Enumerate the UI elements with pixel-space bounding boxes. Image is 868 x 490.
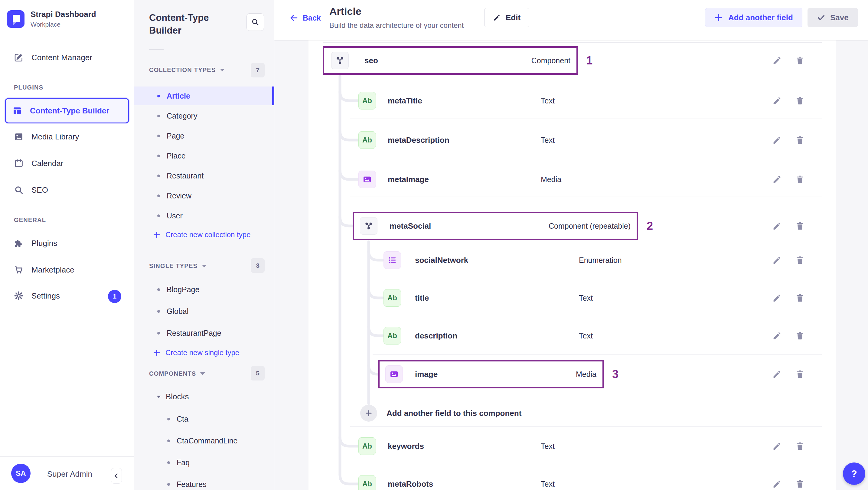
collection-type-category[interactable]: Category (134, 106, 274, 125)
save-button[interactable]: Save (807, 8, 858, 27)
row-divider (323, 42, 822, 43)
component-ctacommandline[interactable]: CtaCommandLine (134, 431, 274, 450)
group-collection-types[interactable]: COLLECTION TYPES (149, 66, 225, 73)
collection-type-review[interactable]: Review (134, 186, 274, 205)
field-type: Text (579, 332, 593, 340)
plus-icon[interactable] (360, 405, 377, 422)
delete-field-icon[interactable] (795, 479, 805, 489)
edit-field-icon[interactable] (772, 255, 782, 265)
delete-field-icon[interactable] (795, 96, 805, 105)
edit-field-icon[interactable] (772, 479, 782, 489)
cart-icon (14, 265, 24, 275)
sidebar-item-content-type-builder[interactable]: Content-Type Builder (5, 98, 129, 123)
create-collection-type-link[interactable]: Create new collection type (153, 231, 250, 239)
back-link[interactable]: Back (289, 13, 321, 22)
bullet-icon (157, 214, 160, 217)
arrow-left-icon (289, 13, 299, 22)
single-type-blogpage[interactable]: BlogPage (134, 280, 274, 299)
edit-field-icon[interactable] (772, 135, 782, 145)
search-icon (14, 185, 24, 195)
row-divider (373, 317, 822, 317)
workspace-switcher[interactable]: Strapi Dashboard Workplace (7, 10, 96, 28)
field-type: Media (541, 175, 561, 184)
field-name: metaImage (388, 175, 429, 184)
collection-type-place[interactable]: Place (134, 146, 274, 165)
field-name: seo (365, 56, 378, 65)
add-component-field-label[interactable]: Add another field to this component (386, 409, 521, 418)
row-actions (772, 56, 805, 65)
sidebar-item-label: Content-Type Builder (30, 106, 109, 116)
edit-field-icon[interactable] (772, 331, 782, 341)
row-actions (772, 135, 805, 145)
main-sidebar: Strapi Dashboard Workplace Content Manag… (0, 0, 134, 490)
row-actions (772, 331, 805, 341)
single-types-count: 3 (251, 258, 265, 273)
bullet-icon (167, 418, 170, 421)
component-category-blocks[interactable]: Blocks (157, 392, 189, 401)
delete-field-icon[interactable] (795, 175, 805, 184)
delete-field-icon[interactable] (795, 441, 805, 451)
single-type-restaurantpage[interactable]: RestaurantPage (134, 324, 274, 342)
edit-field-icon[interactable] (772, 56, 782, 65)
field-name: metaSocial (390, 221, 431, 231)
delete-field-icon[interactable] (795, 255, 805, 265)
delete-field-icon[interactable] (795, 369, 805, 379)
group-single-types[interactable]: SINGLE TYPES (149, 263, 207, 270)
delete-field-icon[interactable] (795, 221, 805, 231)
delete-field-icon[interactable] (795, 135, 805, 145)
collection-type-user[interactable]: User (134, 206, 274, 225)
field-type: Media (576, 370, 596, 379)
bullet-icon (157, 332, 160, 335)
group-components[interactable]: COMPONENTS (149, 370, 205, 377)
sidebar-item-label: Plugins (31, 239, 57, 248)
sidebar-item-calendar[interactable]: Calendar (7, 154, 127, 173)
sidebar-item-label: Marketplace (31, 265, 74, 275)
component-cta[interactable]: Cta (134, 409, 274, 428)
sidebar-item-label: Calendar (31, 159, 63, 168)
sidebar-item-media-library[interactable]: Media Library (7, 127, 127, 146)
enumeration-icon (383, 251, 401, 269)
edit-field-icon[interactable] (772, 96, 782, 105)
delete-field-icon[interactable] (795, 293, 805, 303)
search-button[interactable] (247, 13, 264, 31)
row-divider (350, 196, 822, 197)
edit-field-icon[interactable] (772, 293, 782, 303)
sidebar-item-content-manager[interactable]: Content Manager (7, 48, 127, 67)
layout-icon (12, 106, 22, 116)
sidebar-item-label: Content Manager (31, 53, 92, 62)
edit-button[interactable]: Edit (484, 8, 529, 27)
delete-field-icon[interactable] (795, 331, 805, 341)
collection-type-page[interactable]: Page (134, 126, 274, 145)
edit-field-icon[interactable] (772, 369, 782, 379)
sidebar-item-marketplace[interactable]: Marketplace (7, 260, 127, 279)
calendar-icon (14, 158, 24, 168)
field-name: description (415, 331, 457, 341)
field-type: Enumeration (579, 256, 622, 265)
chevron-down-icon (202, 265, 207, 267)
annotation-number-2: 2 (647, 220, 653, 233)
chevron-left-icon (113, 472, 120, 480)
edit-field-icon[interactable] (772, 441, 782, 451)
sidebar-item-seo[interactable]: SEO (7, 180, 127, 200)
avatar[interactable]: SA (11, 464, 31, 483)
edit-field-icon[interactable] (772, 175, 782, 184)
page-subtitle: Build the data architecture of your cont… (329, 21, 464, 30)
component-faq[interactable]: Faq (134, 453, 274, 472)
create-single-type-link[interactable]: Create new single type (153, 348, 239, 357)
help-button[interactable]: ? (843, 462, 865, 485)
collection-type-restaurant[interactable]: Restaurant (134, 166, 274, 185)
field-name: metaRobots (388, 480, 433, 489)
plus-icon (714, 13, 723, 22)
collapse-sidebar-button[interactable] (111, 468, 122, 484)
edit-field-icon[interactable] (772, 221, 782, 231)
components-count: 5 (251, 366, 265, 380)
row-divider (373, 355, 822, 355)
collection-type-article[interactable]: Article (134, 87, 274, 105)
delete-field-icon[interactable] (795, 56, 805, 65)
component-features[interactable]: Features (134, 475, 274, 490)
field-type: Text (579, 294, 593, 303)
single-type-global[interactable]: Global (134, 302, 274, 320)
plus-icon (153, 349, 161, 357)
add-another-field-button[interactable]: Add another field (705, 8, 802, 27)
sidebar-item-plugins[interactable]: Plugins (7, 234, 127, 253)
